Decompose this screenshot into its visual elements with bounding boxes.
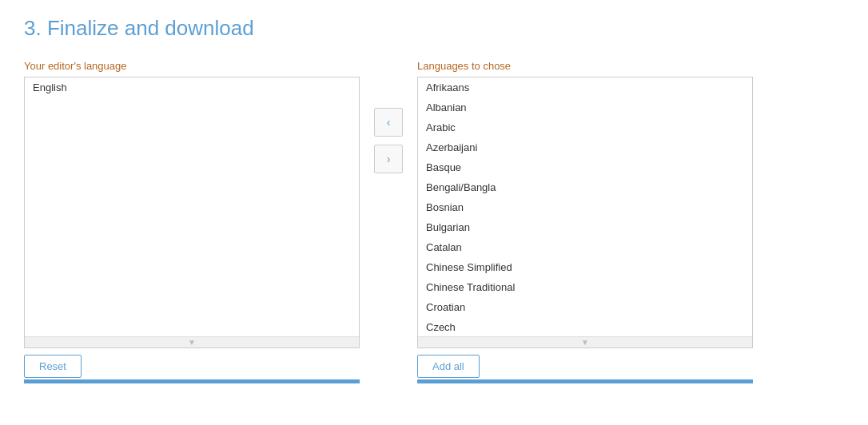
languages-bottom-bar (417, 379, 753, 383)
title-number: 3. (24, 16, 42, 40)
scroll-down-icon: ▼ (188, 338, 196, 347)
scroll-down-icon-right: ▼ (581, 338, 589, 347)
language-item[interactable]: Bengali/Bangla (418, 177, 752, 197)
editor-language-panel: Your editor's language English ▼ Reset (24, 60, 360, 383)
editor-language-label: Your editor's language (24, 60, 360, 72)
language-item[interactable]: Czech (418, 317, 752, 336)
language-item[interactable]: Croatian (418, 297, 752, 317)
editor-scroll-indicator: ▼ (25, 336, 359, 348)
languages-panel: Languages to chose AfrikaansAlbanianArab… (417, 60, 753, 383)
move-left-button[interactable]: ‹ (374, 108, 403, 137)
editor-language-item-english[interactable]: English (25, 77, 359, 97)
transfer-arrows: ‹ › (360, 108, 417, 173)
reset-button[interactable]: Reset (24, 355, 82, 378)
language-item[interactable]: Bosnian (418, 197, 752, 217)
language-item[interactable]: Bulgarian (418, 217, 752, 237)
languages-listbox[interactable]: AfrikaansAlbanianArabicAzerbaijaniBasque… (417, 77, 753, 348)
language-item[interactable]: Azerbaijani (418, 137, 752, 157)
title-rest: Finalize and download (42, 16, 254, 40)
language-item[interactable]: Albanian (418, 97, 752, 117)
languages-label: Languages to chose (417, 60, 753, 72)
editor-language-list[interactable]: English (25, 77, 359, 336)
language-item[interactable]: Chinese Simplified (418, 257, 752, 277)
language-item[interactable]: Chinese Traditional (418, 277, 752, 297)
move-right-button[interactable]: › (374, 145, 403, 173)
right-arrow-icon: › (387, 153, 391, 165)
language-item[interactable]: Arabic (418, 117, 752, 137)
language-item[interactable]: Catalan (418, 237, 752, 257)
editor-panel-footer: Reset (24, 355, 360, 378)
language-item[interactable]: Afrikaans (418, 77, 752, 97)
languages-panel-footer: Add all (417, 355, 753, 378)
languages-scroll-indicator: ▼ (418, 336, 752, 348)
editor-language-listbox[interactable]: English ▼ (24, 77, 360, 348)
page-title: 3. Finalize and download (24, 16, 844, 41)
left-arrow-icon: ‹ (387, 116, 391, 129)
languages-list[interactable]: AfrikaansAlbanianArabicAzerbaijaniBasque… (418, 77, 752, 336)
language-item[interactable]: Basque (418, 157, 752, 177)
add-all-button[interactable]: Add all (417, 355, 480, 378)
editor-bottom-bar (24, 379, 360, 383)
